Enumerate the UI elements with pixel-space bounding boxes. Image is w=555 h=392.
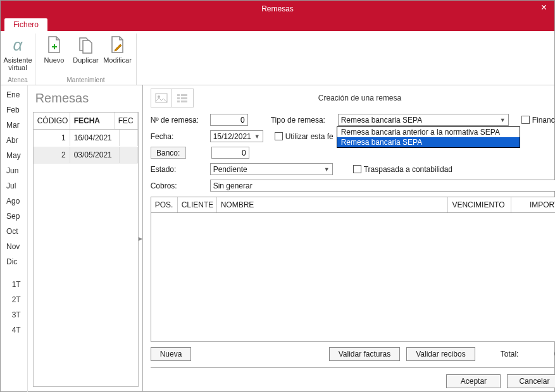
new-doc-icon (44, 35, 65, 55)
total-value: 0,00 (525, 350, 555, 358)
edit-doc-icon (108, 35, 128, 55)
cell-codigo: 2 (34, 147, 70, 163)
lbl-estado: Estado: (151, 165, 206, 174)
chk-utilizar-label: Utilizar esta fe (285, 132, 334, 141)
nuevo-label: Nuevo (44, 56, 65, 64)
combo-tipo-value: Remesa bancaria SEPA (341, 116, 423, 125)
close-icon[interactable]: × (537, 2, 551, 13)
svg-rect-2 (177, 94, 180, 96)
chk-financiada-label: Financiada (532, 116, 555, 125)
detail-grid-body[interactable] (151, 213, 555, 341)
cell-empty (120, 130, 138, 146)
ribbon-group-mantenimiento: Nuevo Duplicar Modificar Mantenimient (35, 34, 137, 85)
duplicar-button[interactable]: Duplicar (70, 34, 102, 64)
row-estado: Estado: Pendiente ▼ Traspasada a contabi… (151, 163, 555, 175)
list-title: Remesas (35, 91, 139, 106)
input-fecha[interactable]: 15/12/2021 ▼ (210, 130, 263, 142)
lbl-cobros: Cobros: (151, 181, 206, 190)
estado-value: Pendiente (213, 165, 247, 174)
combo-cobros[interactable]: Sin generar ▼ (210, 180, 555, 192)
dropdown-option[interactable]: Remesa bancaria anterior a la normativa … (337, 127, 520, 137)
svg-rect-6 (177, 101, 180, 102)
month-mar[interactable]: Mar (0, 118, 27, 133)
tipo-remesa-dropdown[interactable]: Remesa bancaria anterior a la normativa … (337, 126, 520, 148)
validar-recibos-button[interactable]: Validar recibos (406, 347, 475, 361)
detail-grid[interactable]: POS. CLIENTE NOMBRE VENCIMIENTO IMPORTE (151, 197, 555, 342)
month-gap (0, 269, 27, 277)
group-label-mant: Mantenimient (35, 77, 136, 83)
validar-facturas-button[interactable]: Validar facturas (329, 347, 400, 361)
col-nombre[interactable]: NOMBRE (217, 197, 449, 212)
combo-estado[interactable]: Pendiente ▼ (210, 163, 333, 175)
month-jun[interactable]: Jun (0, 163, 27, 178)
month-dic[interactable]: Dic (0, 254, 27, 269)
col-cliente[interactable]: CLIENTE (178, 197, 217, 212)
col-fecha[interactable]: FECHA (70, 113, 115, 129)
col-codigo[interactable]: CÓDIGO (34, 113, 70, 129)
month-abr[interactable]: Abr (0, 133, 27, 148)
col-importe[interactable]: IMPORTE (511, 197, 555, 212)
nuevo-button[interactable]: Nuevo (39, 34, 70, 64)
cobros-value: Sin generar (213, 181, 253, 190)
col-fec[interactable]: FEC (115, 113, 138, 129)
dropdown-option[interactable]: Remesa bancaria SEPA (337, 137, 520, 147)
svg-rect-4 (177, 97, 180, 99)
svg-rect-7 (181, 101, 187, 102)
form-pane: Creación de una remesa Nº de remesa: Tip… (142, 85, 555, 392)
month-feb[interactable]: Feb (0, 102, 27, 118)
chevron-down-icon: ▼ (497, 117, 506, 123)
aceptar-button[interactable]: Aceptar (446, 374, 501, 388)
checkbox-icon (353, 165, 361, 173)
chevron-down-icon: ▼ (252, 133, 260, 140)
chk-traspasada-label: Traspasada a contabilidad (364, 165, 452, 174)
remesa-mini-grid[interactable]: CÓDIGO FECHA FEC 1 16/04/2021 2 03/05/20… (33, 112, 139, 387)
checkbox-icon (275, 132, 283, 140)
row-cobros: Cobros: Sin generar ▼ (151, 180, 555, 192)
chk-financiada[interactable]: Financiada (521, 116, 555, 125)
month-jul[interactable]: Jul (0, 178, 27, 193)
detail-grid-header: POS. CLIENTE NOMBRE VENCIMIENTO IMPORTE (151, 197, 555, 213)
table-row[interactable]: 2 03/05/2021 (34, 147, 138, 164)
input-num-remesa[interactable] (210, 114, 248, 126)
quarter-1t[interactable]: 1T (0, 277, 27, 292)
quarter-3t[interactable]: 3T (0, 307, 27, 322)
window-title: Remesas (261, 4, 294, 13)
table-row[interactable]: 1 16/04/2021 (34, 130, 138, 147)
month-may[interactable]: May (0, 148, 27, 163)
chk-traspasada[interactable]: Traspasada a contabilidad (353, 165, 452, 174)
col-pos[interactable]: POS. (151, 197, 178, 212)
month-sep[interactable]: Sep (0, 209, 27, 224)
input-banco[interactable] (211, 147, 249, 159)
quarter-4t[interactable]: 4T (0, 322, 27, 338)
asistente-label: Asistente virtual (2, 56, 34, 71)
checkbox-icon (521, 116, 530, 124)
form-rows: Nº de remesa: Tipo de remesa: Remesa ban… (151, 114, 555, 192)
combo-tipo-remesa[interactable]: Remesa bancaria SEPA ▼ (338, 114, 509, 126)
nueva-button[interactable]: Nueva (151, 347, 192, 361)
month-nov[interactable]: Nov (0, 239, 27, 254)
main-area: Ene Feb Mar Abr May Jun Jul Ago Sep Oct … (0, 85, 555, 392)
ribbon-tab-strip: Fichero (1, 17, 554, 31)
modificar-label: Modificar (103, 56, 132, 64)
svg-rect-5 (181, 97, 187, 99)
image-view-icon[interactable] (151, 89, 172, 107)
modificar-button[interactable]: Modificar (102, 34, 134, 64)
tab-fichero[interactable]: Fichero (4, 18, 47, 31)
list-view-icon[interactable] (172, 89, 194, 107)
chevron-down-icon: ▼ (321, 166, 330, 173)
cancelar-button[interactable]: Cancelar (507, 374, 555, 388)
dialog-footer: Aceptar Cancelar (151, 367, 555, 392)
row-banco: Banco: (151, 147, 555, 159)
quarter-2t[interactable]: 2T (0, 292, 27, 307)
group-label-atenea: Atenea (1, 77, 35, 83)
chk-utilizar-fecha[interactable]: Utilizar esta fe (275, 132, 334, 141)
ribbon-panel: α Asistente virtual Atenea Nuevo Duplica… (1, 31, 554, 85)
btn-banco[interactable]: Banco: (151, 147, 186, 159)
month-ago[interactable]: Ago (0, 193, 27, 209)
month-ene[interactable]: Ene (0, 87, 27, 102)
title-bar: Remesas × (1, 1, 554, 17)
asistente-virtual-button[interactable]: α Asistente virtual (2, 34, 34, 71)
cell-empty (120, 147, 138, 163)
col-vencimiento[interactable]: VENCIMIENTO (448, 197, 511, 212)
month-oct[interactable]: Oct (0, 224, 27, 239)
